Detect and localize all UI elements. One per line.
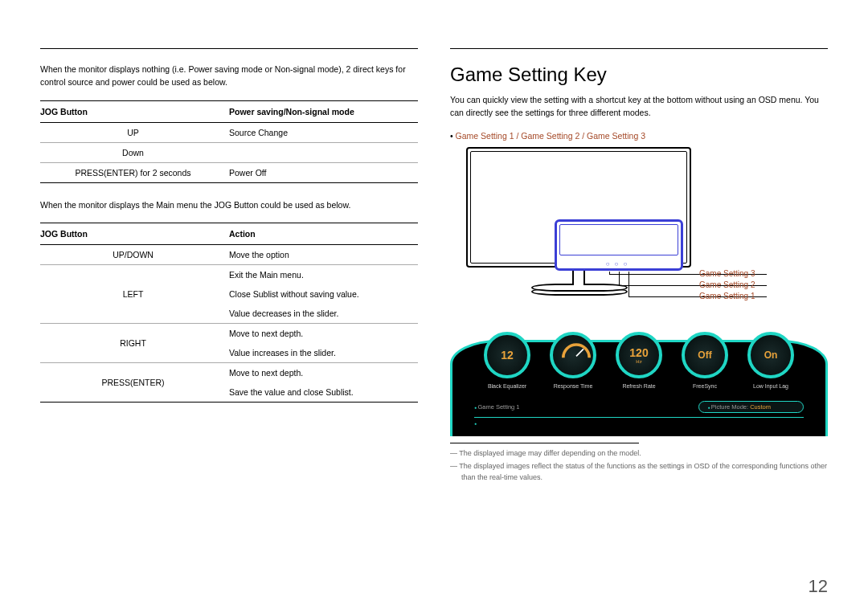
t1-h2: Power saving/Non-signal mode	[229, 100, 418, 122]
jog-table-1: JOG Button Power saving/Non-signal mode …	[40, 100, 418, 183]
gauge-freesync: Off FreeSync	[680, 332, 730, 389]
t2-h1: JOG Button	[40, 223, 229, 245]
callout-3: Game Setting 1	[699, 292, 796, 300]
t2-r7b: Save the value and close Sublist.	[229, 382, 418, 403]
monitor-diagram: ○○○ Game Setting 3 Game Setting 2 Game S…	[450, 147, 828, 316]
t2-h2: Action	[229, 223, 418, 245]
t2-r3b: Value decreases in the slider.	[229, 304, 418, 324]
t2-r6b: Move to next depth.	[229, 363, 418, 383]
picture-mode-pill: Picture Mode: Custom	[698, 401, 804, 413]
gauge-arc-icon	[561, 345, 592, 359]
section-desc: You can quickly view the setting with a …	[450, 94, 828, 120]
footnote-2: The displayed images reflect the status …	[450, 461, 828, 483]
jog-table-2: JOG Button Action UP/DOWN Move the optio…	[40, 223, 418, 403]
gauge-low-input-lag: On Low Input Lag	[746, 332, 796, 389]
osd-mode-label: Game Setting 1	[474, 403, 520, 411]
intro-text-2: When the monitor displays the Main menu …	[40, 199, 418, 212]
footnote-1: The displayed image may differ depending…	[450, 448, 828, 460]
t2-r5b: Value increases in the slider.	[229, 343, 418, 363]
t2-r0a: UP/DOWN	[40, 245, 229, 265]
t1-r1a: Down	[40, 142, 229, 162]
t2-press: PRESS(ENTER)	[40, 363, 229, 403]
t2-r2b: Close Sublist without saving value.	[229, 284, 418, 304]
gauge-refresh-rate: 120Hz Refresh Rate	[614, 332, 664, 389]
t1-r1b	[229, 142, 418, 162]
gauge-response-time: Response Time	[548, 332, 598, 389]
t1-r2b: Power Off	[229, 162, 418, 182]
t1-r0a: UP	[40, 122, 229, 142]
section-title: Game Setting Key	[450, 63, 828, 86]
callout-2: Game Setting 2	[699, 280, 796, 289]
t1-r2a: PRESS(ENTER) for 2 seconds	[40, 162, 229, 182]
bullet-g2: Game Setting 2	[521, 131, 579, 141]
small-monitor-icon: ○○○	[555, 219, 683, 271]
bullet-g3: Game Setting 3	[587, 131, 645, 141]
right-column: Game Setting Key You can quickly view th…	[450, 48, 828, 485]
t2-r0b: Move the option	[229, 245, 418, 265]
t1-h1: JOG Button	[40, 100, 229, 122]
t2-left: LEFT	[40, 265, 229, 324]
bullet-g1: Game Setting 1	[456, 131, 514, 141]
t2-r1b: Exit the Main menu.	[229, 265, 418, 285]
osd-panel: 12 Black Equalizer Response Time 120Hz R…	[450, 332, 828, 436]
page-number: 12	[809, 576, 828, 597]
callout-1: Game Setting 3	[699, 269, 796, 278]
game-setting-bullet: Game Setting 1 / Game Setting 2 / Game S…	[450, 131, 828, 141]
t2-right: RIGHT	[40, 324, 229, 363]
left-column: When the monitor displays nothing (i.e. …	[40, 48, 418, 485]
intro-text-1: When the monitor displays nothing (i.e. …	[40, 63, 418, 89]
svg-line-0	[576, 349, 583, 356]
button-dots-icon: ○○○	[557, 260, 681, 268]
t2-r4b: Move to next depth.	[229, 324, 418, 344]
gauge-black-equalizer: 12 Black Equalizer	[482, 332, 532, 389]
t1-r0b: Source Change	[229, 122, 418, 142]
